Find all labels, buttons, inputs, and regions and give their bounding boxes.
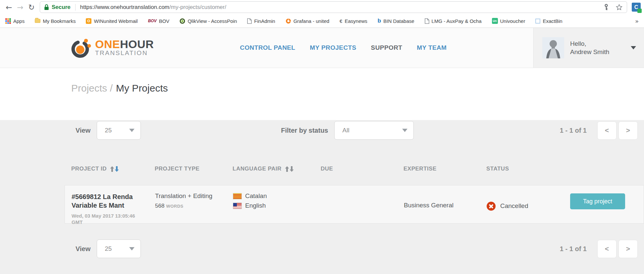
view-label: View [76,245,90,253]
apps-grid-icon [5,18,11,24]
bookmark-univoucher[interactable]: Un Univoucher [492,18,525,24]
site-logo[interactable]: ONEHOUR TRANSLATION [71,37,154,58]
projects-main: View 25 Filter by status All 1 - 1 of 1 … [0,120,644,274]
top-toolbar: View 25 Filter by status All 1 - 1 of 1 … [0,120,644,141]
sort-down-icon [290,166,294,172]
column-project-id[interactable]: PROJECT ID [71,166,155,172]
view-label: View [76,127,90,134]
page-icon [425,18,429,24]
sort-up-icon [285,166,289,172]
chevron-down-icon [402,129,407,132]
status-cancelled-icon [487,202,496,211]
filter-label: Filter by status [281,127,328,134]
sort-down-icon [115,166,119,172]
due-cell [321,192,404,225]
bookmarks-bar: Apps My Bookmarks O WINunited Webmail BO… [0,14,644,28]
main-nav: CONTROL PANEL MY PROJECTS SUPPORT MY TEA… [240,44,447,51]
logo-icon [71,37,91,58]
next-page-button[interactable]: > [618,121,638,140]
bookmark-apps[interactable]: Apps [5,18,25,24]
qlikview-favicon [180,18,185,24]
sort-arrows[interactable] [285,166,294,172]
back-icon[interactable]: ← [3,3,15,12]
page-icon [247,18,252,24]
status-cell: Cancelled [487,192,570,225]
column-expertise: EXPERTISE [403,166,486,172]
bookmark-my-bookmarks[interactable]: My Bookmarks [35,18,76,24]
user-greeting: Hello, Andrew Smith [570,39,609,56]
chevron-down-icon [129,129,134,132]
address-bar[interactable]: Secure https://www.onehourtranslation.co… [40,1,627,13]
range-text: 1 - 1 of 1 [560,245,587,253]
bookmark-finadmin[interactable]: FinAdmin [247,18,275,24]
flag-us-icon [233,203,242,209]
page-title: My Projects [116,83,168,94]
exactbin-favicon [535,19,540,24]
nav-my-projects[interactable]: MY PROJECTS [310,44,356,51]
pagination-bottom: 1 - 1 of 1 < > [560,240,638,258]
omnibox-separator [75,4,76,11]
breadcrumb: Projects / My Projects [0,68,644,106]
projects-table-header: PROJECT ID PROJECT TYPE LANGUAGE PAIR DU… [0,165,644,172]
sort-up-icon [110,166,114,172]
nav-control-panel[interactable]: CONTROL PANEL [240,44,295,51]
webmail-favicon: O [86,18,91,24]
bookmark-easynews[interactable]: € Easynews [340,18,367,24]
tag-project-button[interactable]: Tag project [570,193,625,209]
bookmark-exactbin[interactable]: ExactBin [535,18,562,24]
view-select[interactable]: 25 [97,121,141,140]
sort-arrows[interactable] [110,166,119,172]
pagination: 1 - 1 of 1 < > [560,121,638,140]
bookmark-grafana[interactable]: Grafana - united [286,18,329,24]
project-id-link[interactable]: #5669812 La Renda Variable Es Mant [72,192,136,210]
view-select-bottom[interactable]: 25 [97,240,141,258]
user-menu[interactable]: Hello, Andrew Smith [533,28,644,68]
column-due: DUE [321,166,403,172]
bookmark-lmg-auxpay[interactable]: LMG - AuxPay & Ocha [425,18,482,24]
prev-page-button[interactable]: < [597,240,617,258]
bookmark-bov[interactable]: BOV BOV [148,18,170,24]
prev-page-button[interactable]: < [597,121,617,140]
range-text: 1 - 1 of 1 [560,127,587,134]
flag-catalan-icon [233,193,242,199]
nav-support[interactable]: SUPPORT [371,44,402,51]
avatar [542,37,564,58]
bookmarks-overflow-icon[interactable]: » [635,18,639,25]
bookmark-star-icon[interactable] [616,4,623,11]
language-pair-cell: Catalan English [233,192,321,225]
bookmark-qlikview[interactable]: QlikView - AccessPoin [180,18,237,24]
action-cell: Tag project [570,192,644,225]
next-page-button[interactable]: > [618,240,638,258]
bookmark-bin-database[interactable]: b BIN Database [378,18,414,24]
column-language-pair[interactable]: LANGUAGE PAIR [233,166,321,172]
bottom-toolbar: View 25 1 - 1 of 1 < > [0,239,644,259]
expertise-cell: Business General [404,192,487,225]
secure-label: Secure [52,4,71,11]
site-header: ONEHOUR TRANSLATION CONTROL PANEL MY PRO… [0,28,644,68]
logo-text: ONEHOUR TRANSLATION [95,39,154,57]
bin-favicon: b [378,18,381,24]
project-date: Wed, 03 May 2017 13:05:46 GMT [72,213,136,225]
nav-my-team[interactable]: MY TEAM [417,44,447,51]
extension-icon[interactable]: C [632,3,641,12]
easynews-favicon: € [340,18,342,24]
padlock-icon[interactable] [44,4,49,10]
column-project-type: PROJECT TYPE [155,166,233,172]
table-row: #5669812 La Renda Variable Es Mant Wed, … [65,185,644,224]
key-icon[interactable] [603,4,610,11]
bookmark-winunited-webmail[interactable]: O WINunited Webmail [86,18,137,24]
grafana-favicon [286,18,291,24]
bov-favicon: BOV [148,19,157,23]
forward-icon[interactable]: → [15,3,26,12]
reload-icon[interactable]: ↻ [26,3,37,12]
browser-toolbar: ← → ↻ Secure https://www.onehourtranslat… [0,0,644,14]
status-badge: Cancelled [500,202,528,210]
breadcrumb-parent[interactable]: Projects / [71,83,113,94]
project-id-cell: #5669812 La Renda Variable Es Mant Wed, … [72,192,155,225]
project-type-cell: Translation + Editing 568WORDS [155,192,233,225]
url-text: https://www.onehourtranslation.com/my-pr… [80,4,226,11]
chevron-down-icon[interactable] [631,46,636,49]
chevron-down-icon [129,247,134,250]
folder-icon [35,19,40,23]
status-filter-select[interactable]: All [334,121,414,140]
